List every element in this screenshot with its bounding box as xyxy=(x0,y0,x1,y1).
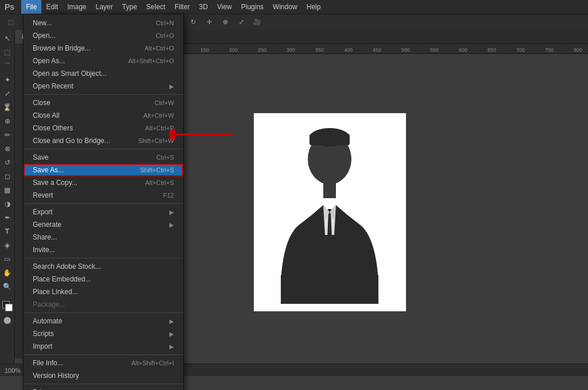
svg-text:300: 300 xyxy=(287,47,295,53)
menu-item-save-as[interactable]: Save As... Shift+Ctrl+S xyxy=(24,164,183,176)
tool-zoom[interactable]: 🔍 xyxy=(1,280,14,293)
tool-eyedropper[interactable]: ⌛ xyxy=(1,101,14,114)
menu-bar: Ps File Edit Image Layer Type Select Fil… xyxy=(0,0,588,14)
toolbar-3d-rotate[interactable]: ↻ xyxy=(187,16,199,29)
menu-image[interactable]: Image xyxy=(63,0,91,14)
svg-text:550: 550 xyxy=(430,47,439,53)
svg-rect-24 xyxy=(281,275,378,304)
tool-lasso[interactable]: ⌒ xyxy=(1,60,14,72)
toolbar-3d-camera[interactable]: 🎥 xyxy=(251,16,264,29)
menu-item-revert[interactable]: Revert F12 xyxy=(24,189,183,202)
separator-2 xyxy=(24,149,183,149)
svg-text:200: 200 xyxy=(229,47,238,53)
menu-window[interactable]: Window xyxy=(268,0,302,14)
menu-plugins[interactable]: Plugins xyxy=(237,0,268,14)
menu-item-generate[interactable]: Generate ▶ xyxy=(24,218,183,231)
left-toolbar: ↖ ⬚ ⌒ ✦ ⤢ ⌛ ⊕ ✏ ⊗ ↺ ◻ ▦ ◑ ✒ T ◈ ▭ ✋ 🔍 ⬤ xyxy=(0,30,15,364)
menu-item-new[interactable]: New... Ctrl+N xyxy=(24,17,183,29)
menu-view[interactable]: View xyxy=(212,0,237,14)
menu-item-save-copy[interactable]: Save a Copy... Alt+Ctrl+S xyxy=(24,176,183,189)
svg-text:450: 450 xyxy=(373,47,381,53)
svg-text:400: 400 xyxy=(344,47,353,53)
menu-item-export[interactable]: Export ▶ xyxy=(24,206,183,218)
tool-path-select[interactable]: ◈ xyxy=(1,239,14,252)
tool-hand[interactable]: ✋ xyxy=(1,267,14,279)
menu-item-invite[interactable]: Invite... xyxy=(24,244,183,256)
svg-text:250: 250 xyxy=(258,47,266,53)
svg-text:800: 800 xyxy=(574,47,582,53)
menu-help[interactable]: Help xyxy=(302,0,326,14)
zoom-level: 100% xyxy=(5,367,21,374)
menu-file[interactable]: File xyxy=(21,0,41,14)
app-logo: Ps xyxy=(2,2,17,11)
separator-3 xyxy=(24,203,183,204)
menu-item-open-smart-object[interactable]: Open as Smart Object... xyxy=(24,67,183,80)
separator-4 xyxy=(24,258,183,258)
tool-quick-mask[interactable]: ⬤ xyxy=(1,314,14,326)
menu-select[interactable]: Select xyxy=(142,0,170,14)
tool-shape[interactable]: ▭ xyxy=(1,253,14,265)
separator-1 xyxy=(24,94,183,95)
menu-item-close-others[interactable]: Close Others Alt+Ctrl+P xyxy=(24,122,183,134)
menu-filter[interactable]: Filter xyxy=(170,0,195,14)
tool-pen[interactable]: ✒ xyxy=(1,211,14,224)
document-canvas xyxy=(254,113,406,311)
tool-crop[interactable]: ⤢ xyxy=(1,87,14,100)
toolbar-3d-zoom[interactable]: ⊕ xyxy=(219,16,231,29)
svg-text:150: 150 xyxy=(200,47,209,53)
svg-rect-22 xyxy=(310,134,350,145)
menu-item-open-as[interactable]: Open As... Alt+Shift+Ctrl+O xyxy=(24,55,183,67)
tool-foreground-bg[interactable] xyxy=(1,300,14,312)
separator-5 xyxy=(24,312,183,313)
menu-item-close[interactable]: Close Ctrl+W xyxy=(24,96,183,109)
svg-text:700: 700 xyxy=(516,47,525,53)
menu-item-save[interactable]: Save Ctrl+S xyxy=(24,151,183,164)
menu-item-import[interactable]: Import ▶ xyxy=(24,340,183,353)
tool-select-rect[interactable]: ⬚ xyxy=(1,46,14,59)
menu-type[interactable]: Type xyxy=(118,0,142,14)
svg-text:750: 750 xyxy=(545,47,554,53)
menu-item-package: Package... xyxy=(24,298,183,311)
tool-type[interactable]: T xyxy=(1,225,14,238)
separator-6 xyxy=(24,354,183,355)
menu-item-print[interactable]: Print... Ctrl+P xyxy=(24,386,183,390)
tool-spot-heal[interactable]: ⊕ xyxy=(1,115,14,128)
id-photo-silhouette xyxy=(266,120,393,304)
svg-text:350: 350 xyxy=(315,47,324,53)
svg-rect-23 xyxy=(323,182,336,198)
menu-item-place-linked[interactable]: Place Linked... xyxy=(24,285,183,298)
separator-7 xyxy=(24,384,183,384)
tool-clone[interactable]: ⊗ xyxy=(1,142,14,155)
menu-item-file-info[interactable]: File Info... Alt+Shift+Ctrl+I xyxy=(24,357,183,369)
svg-text:650: 650 xyxy=(488,47,496,53)
toolbar-3d-move[interactable]: ⤢ xyxy=(235,16,247,29)
menu-item-browse-bridge[interactable]: Browse in Bridge... Alt+Ctrl+O xyxy=(24,42,183,55)
menu-item-automate[interactable]: Automate ▶ xyxy=(24,315,183,327)
menu-item-open[interactable]: Open... Ctrl+O xyxy=(24,29,183,42)
tool-dodge[interactable]: ◑ xyxy=(1,198,14,210)
tool-eraser[interactable]: ◻ xyxy=(1,170,14,183)
menu-item-version-history[interactable]: Version History xyxy=(24,369,183,382)
menu-item-close-all[interactable]: Close All Alt+Ctrl+W xyxy=(24,109,183,122)
menu-item-scripts[interactable]: Scripts ▶ xyxy=(24,327,183,340)
tool-magic-wand[interactable]: ✦ xyxy=(1,74,14,86)
menu-3d[interactable]: 3D xyxy=(195,0,212,14)
menu-item-place-embedded[interactable]: Place Embedded... xyxy=(24,273,183,285)
menu-item-search-stock[interactable]: Search Adobe Stock... xyxy=(24,260,183,273)
svg-text:500: 500 xyxy=(401,47,410,53)
file-menu: New... Ctrl+N Open... Ctrl+O Browse in B… xyxy=(23,14,184,390)
toolbar-button-1[interactable]: ⬚ xyxy=(5,16,17,29)
tool-history-brush[interactable]: ↺ xyxy=(1,156,14,169)
toolbar-3d-pan[interactable]: ✛ xyxy=(203,16,215,29)
svg-text:600: 600 xyxy=(459,47,467,53)
menu-edit[interactable]: Edit xyxy=(41,0,63,14)
tool-brush[interactable]: ✏ xyxy=(1,129,14,141)
menu-item-share[interactable]: Share... xyxy=(24,231,183,244)
menu-item-close-bridge[interactable]: Close and Go to Bridge... Shift+Ctrl+W xyxy=(24,134,183,147)
menu-layer[interactable]: Layer xyxy=(91,0,118,14)
tool-move[interactable]: ↖ xyxy=(1,32,14,45)
tool-gradient[interactable]: ▦ xyxy=(1,184,14,196)
menu-item-open-recent[interactable]: Open Recent ▶ xyxy=(24,80,183,92)
